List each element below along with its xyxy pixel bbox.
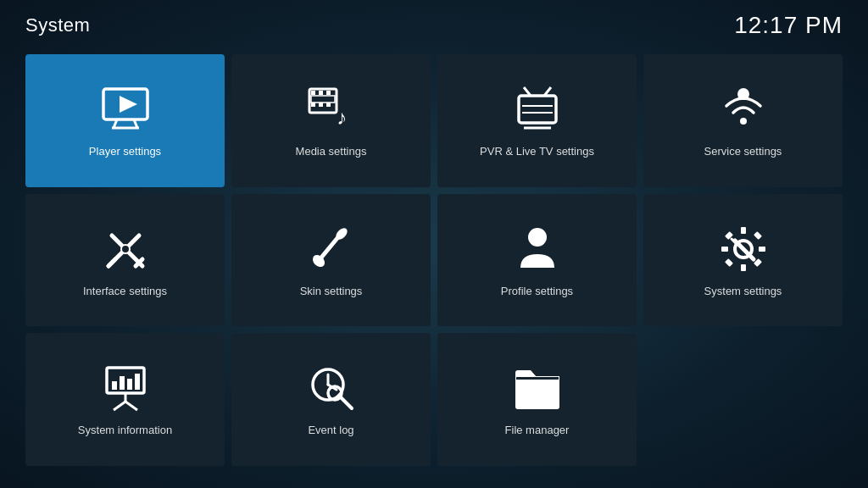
settings-grid: Player settings ♪ Media settings [0,47,868,480]
file-manager-icon [510,361,565,415]
svg-line-23 [108,259,115,266]
profile-settings-icon [510,222,565,276]
svg-rect-33 [741,264,746,271]
svg-rect-43 [112,381,117,390]
player-settings-icon [98,82,153,136]
svg-rect-46 [135,374,140,390]
system-information-label: System information [78,424,172,438]
svg-rect-35 [759,247,765,252]
profile-settings-label: Profile settings [501,285,573,299]
system-information-icon [98,361,153,415]
svg-rect-32 [741,227,746,234]
file-manager-label: File manager [505,424,570,438]
system-settings-label: System settings [704,285,782,299]
interface-settings-icon [98,222,153,276]
service-settings-label: Service settings [704,145,782,159]
tile-profile-settings[interactable]: Profile settings [437,194,637,327]
svg-rect-45 [127,379,132,390]
service-settings-icon [716,82,771,136]
tile-system-information[interactable]: System information [25,333,225,466]
pvr-settings-icon [510,82,565,136]
skin-settings-label: Skin settings [300,285,363,299]
svg-line-49 [125,402,137,410]
svg-rect-14 [519,96,556,123]
svg-text:♪: ♪ [337,106,347,129]
skin-settings-icon [304,222,359,276]
svg-rect-6 [311,91,315,95]
event-log-label: Event log [308,424,353,438]
tile-media-settings[interactable]: ♪ Media settings [231,54,431,187]
svg-line-48 [114,402,125,410]
tile-pvr-settings[interactable]: PVR & Live TV settings [437,54,637,187]
svg-point-26 [121,245,130,253]
tile-file-manager[interactable]: File manager [437,333,637,466]
svg-rect-8 [326,91,331,95]
svg-rect-44 [120,376,125,390]
svg-rect-12 [311,96,335,103]
svg-marker-4 [120,96,137,113]
pvr-settings-label: PVR & Live TV settings [480,145,594,159]
tile-service-settings[interactable]: Service settings [643,54,843,187]
media-settings-icon: ♪ [304,82,359,136]
svg-rect-34 [721,247,728,252]
system-settings-icon [716,222,771,276]
tile-skin-settings[interactable]: Skin settings [231,194,431,327]
player-settings-label: Player settings [89,145,161,159]
page-title: System [25,14,90,36]
svg-point-21 [737,88,749,100]
svg-rect-38 [725,258,733,267]
header: System 12:17 PM [0,0,868,47]
tile-player-settings[interactable]: Player settings [25,54,225,187]
svg-rect-37 [754,231,762,240]
svg-point-30 [528,228,547,247]
empty-cell [643,333,843,466]
event-log-icon [304,361,359,415]
svg-line-28 [321,238,337,258]
svg-rect-55 [516,377,559,380]
interface-settings-label: Interface settings [83,285,167,299]
tile-system-settings[interactable]: System settings [643,194,843,327]
media-settings-label: Media settings [296,145,367,159]
tile-event-log[interactable]: Event log [231,333,431,466]
svg-rect-7 [319,91,323,95]
clock: 12:17 PM [734,12,843,39]
svg-point-20 [740,118,747,125]
tile-interface-settings[interactable]: Interface settings [25,194,225,327]
